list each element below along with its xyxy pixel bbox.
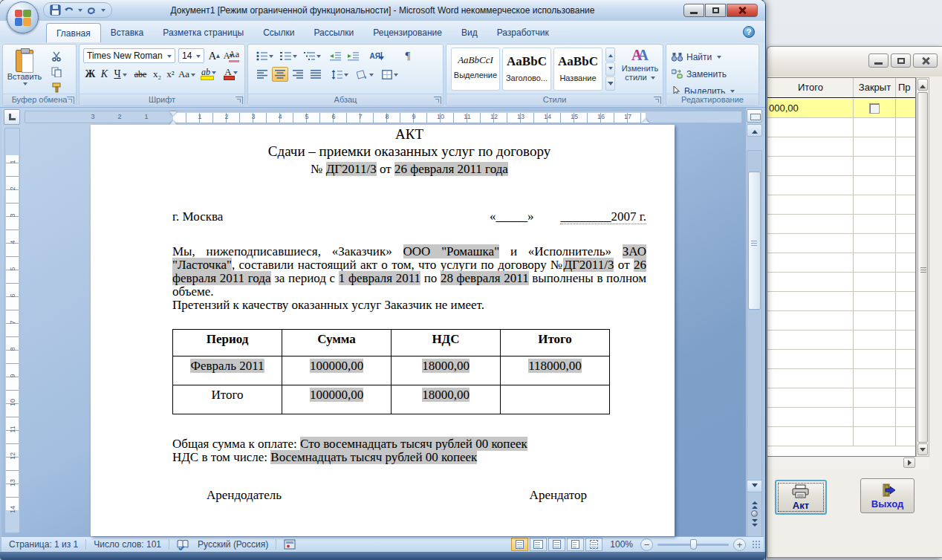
scrollbar-thumb[interactable]: [917, 92, 928, 443]
restore-button[interactable]: [705, 4, 726, 17]
style-card-heading[interactable]: AaBbC Заголово...: [502, 48, 551, 91]
font-size-combo[interactable]: 14: [178, 48, 204, 63]
table-row[interactable]: [767, 215, 915, 234]
increase-indent-button[interactable]: [345, 48, 361, 63]
redo-button[interactable]: [85, 5, 97, 16]
word-titlebar[interactable]: Документ1 [Режим ограниченной функционал…: [0, 0, 765, 21]
style-card-emphasis[interactable]: AaBbCcI Выделение: [451, 48, 500, 91]
decrease-indent-button[interactable]: [327, 48, 343, 63]
line-spacing-button[interactable]: [328, 67, 351, 82]
change-styles-button[interactable]: AA Изменить стили: [618, 47, 662, 94]
align-right-button[interactable]: [290, 67, 306, 82]
copy-button[interactable]: [48, 65, 65, 79]
show-paragraph-marks-button[interactable]: ¶: [400, 48, 416, 63]
side-vertical-scrollbar[interactable]: [916, 77, 929, 457]
styles-dialog-launcher[interactable]: [654, 97, 661, 104]
table-row[interactable]: [767, 408, 915, 427]
print-layout-view-button[interactable]: [511, 538, 528, 551]
clear-formatting-button[interactable]: Aa: [226, 48, 242, 63]
document-page[interactable]: АКТ Сдачи – приемки оказанных услуг по д…: [91, 125, 675, 536]
next-page-button[interactable]: [748, 521, 761, 532]
justify-button[interactable]: [308, 67, 324, 82]
minimize-button[interactable]: [683, 4, 704, 17]
horizontal-ruler[interactable]: 3211234567891011121314151617: [25, 111, 742, 123]
closed-checkbox[interactable]: [869, 103, 880, 114]
format-painter-button[interactable]: [48, 80, 65, 95]
tab-home[interactable]: Главная: [46, 23, 101, 42]
word-count[interactable]: Число слов: 101: [86, 537, 169, 552]
side-close-button[interactable]: [913, 53, 938, 68]
numbering-button[interactable]: [278, 48, 299, 63]
text-highlight-button[interactable]: ab: [198, 67, 219, 82]
align-left-button[interactable]: [254, 67, 270, 82]
selected-table-row[interactable]: 000,00: [767, 99, 915, 118]
language-indicator[interactable]: Русский (Россия): [196, 537, 276, 552]
table-row[interactable]: [767, 273, 915, 292]
column-header-clipped[interactable]: Пр: [898, 82, 911, 93]
gallery-more-button[interactable]: [605, 76, 615, 91]
underline-button[interactable]: Ч: [111, 67, 129, 82]
bullets-button[interactable]: [254, 48, 275, 63]
side-horizontal-scrollbar[interactable]: [767, 458, 929, 469]
table-row[interactable]: [767, 253, 915, 273]
gallery-down-button[interactable]: [605, 62, 615, 76]
zoom-slider-thumb[interactable]: [690, 539, 697, 550]
undo-button[interactable]: [64, 5, 82, 15]
spellcheck-status[interactable]: [169, 537, 196, 552]
exit-button[interactable]: Выход: [860, 478, 915, 513]
italic-button[interactable]: К: [98, 67, 111, 82]
right-indent-marker[interactable]: [642, 115, 649, 123]
column-header-closed[interactable]: Закрыт: [854, 82, 896, 93]
ruler-toggle-button[interactable]: [747, 109, 762, 123]
bold-button[interactable]: Ж: [83, 67, 97, 82]
tab-mailings[interactable]: Рассылки: [304, 23, 363, 42]
cut-button[interactable]: [48, 49, 65, 64]
clipboard-dialog-launcher[interactable]: [67, 97, 74, 104]
previous-page-button[interactable]: [748, 495, 761, 507]
zoom-slider-track[interactable]: [657, 544, 729, 546]
scrollbar-thumb[interactable]: [748, 172, 761, 310]
subscript-button[interactable]: x₂: [151, 67, 163, 82]
side-window-titlebar[interactable]: [767, 47, 942, 76]
column-header-total[interactable]: Итого: [767, 82, 854, 93]
tab-references[interactable]: Ссылки: [253, 23, 304, 42]
help-button[interactable]: ?: [743, 26, 755, 38]
change-case-button[interactable]: Aa: [178, 67, 196, 82]
table-row[interactable]: [767, 234, 915, 253]
tab-page-layout[interactable]: Разметка страницы: [153, 23, 253, 42]
outline-view-button[interactable]: [567, 538, 584, 551]
paste-button[interactable]: Вставить: [7, 48, 42, 94]
tab-developer[interactable]: Разработчик: [487, 23, 559, 42]
table-row[interactable]: [767, 369, 915, 388]
close-button[interactable]: [727, 4, 758, 17]
table-row[interactable]: [767, 350, 915, 369]
borders-button[interactable]: [379, 67, 401, 82]
shading-button[interactable]: [354, 67, 376, 82]
table-row[interactable]: [767, 176, 915, 195]
side-restore-button[interactable]: [891, 53, 911, 68]
table-row[interactable]: [767, 311, 915, 331]
font-name-combo[interactable]: Times New Roman: [83, 48, 175, 63]
save-button[interactable]: [50, 4, 61, 16]
fullscreen-reading-view-button[interactable]: [530, 538, 547, 551]
table-row[interactable]: [767, 331, 915, 350]
vertical-ruler[interactable]: 1234567891011121314: [4, 128, 20, 533]
gallery-up-button[interactable]: [605, 48, 615, 62]
paragraph-dialog-launcher[interactable]: [434, 97, 441, 104]
scroll-up-button[interactable]: [747, 124, 762, 137]
table-row[interactable]: [767, 118, 915, 137]
font-color-button[interactable]: А: [221, 67, 241, 82]
macro-record-button[interactable]: [276, 537, 303, 552]
act-button[interactable]: Акт: [775, 480, 827, 515]
office-button[interactable]: [7, 1, 39, 33]
sort-button[interactable]: АЯ: [366, 48, 388, 63]
side-minimize-button[interactable]: [868, 53, 889, 68]
customize-qat-button[interactable]: [100, 7, 105, 13]
table-row[interactable]: [767, 292, 915, 311]
align-center-button[interactable]: [272, 67, 288, 82]
tab-stop-selector[interactable]: [4, 109, 20, 125]
strikethrough-button[interactable]: abe: [131, 67, 150, 82]
draft-view-button[interactable]: [585, 538, 602, 551]
scroll-down-button[interactable]: [917, 443, 928, 455]
superscript-button[interactable]: x²: [164, 67, 177, 82]
